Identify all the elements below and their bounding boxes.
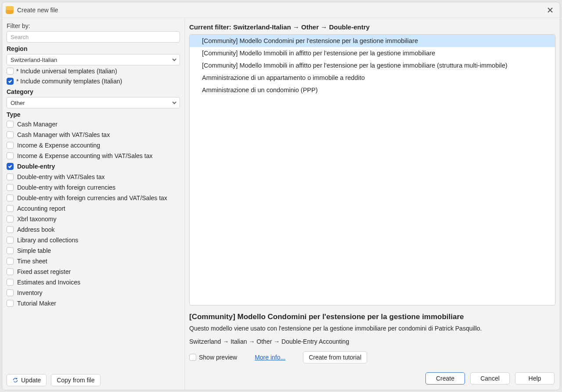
- template-list: [Community] Modello Condomini per l'este…: [189, 34, 555, 306]
- type-checkbox[interactable]: [7, 268, 14, 275]
- help-button[interactable]: Help: [515, 372, 555, 385]
- type-label: Double-entry: [17, 162, 55, 171]
- app-icon: [6, 6, 14, 14]
- main-panel: Current filter: Switzerland-Italian → Ot…: [185, 18, 560, 390]
- current-filter-value: Switzerland-Italian → Other → Double-ent…: [233, 23, 370, 31]
- type-label: Library and collections: [17, 236, 78, 245]
- create-new-file-dialog: Create new file Filter by: Region Switze…: [2, 2, 560, 390]
- include-universal-checkbox[interactable]: [7, 68, 14, 75]
- more-info-link[interactable]: More info...: [255, 354, 285, 361]
- include-universal-row[interactable]: * Include universal templates (Italian): [7, 67, 180, 76]
- type-checkbox[interactable]: [7, 258, 14, 265]
- type-label: Cash Manager: [17, 120, 58, 129]
- type-row[interactable]: Double-entry: [7, 162, 180, 171]
- type-checkbox[interactable]: [7, 216, 14, 223]
- type-checkbox[interactable]: [7, 226, 14, 233]
- category-select[interactable]: Other: [7, 97, 180, 108]
- update-button[interactable]: Update: [7, 374, 47, 386]
- type-checkbox[interactable]: [7, 279, 14, 286]
- type-row[interactable]: Address book: [7, 225, 180, 234]
- type-row[interactable]: Simple table: [7, 246, 180, 255]
- type-checkbox[interactable]: [7, 184, 14, 191]
- current-filter-prefix: Current filter:: [189, 23, 233, 31]
- cancel-button[interactable]: Cancel: [470, 372, 510, 385]
- type-row[interactable]: Fixed asset register: [7, 267, 180, 276]
- type-label: Tutorial Maker: [17, 299, 56, 308]
- template-row[interactable]: [Community] Modello Immobili in affitto …: [190, 59, 555, 72]
- type-label: Xbrl taxonomy: [17, 215, 56, 223]
- window-title: Create new file: [17, 7, 540, 14]
- type-checkbox[interactable]: [7, 131, 14, 138]
- type-checkbox[interactable]: [7, 121, 14, 128]
- type-checkbox[interactable]: [7, 237, 14, 244]
- type-checkbox[interactable]: [7, 289, 14, 296]
- type-row[interactable]: Income & Expense accounting with VAT/Sal…: [7, 151, 180, 160]
- type-label: Double-entry with VAT/Sales tax: [17, 173, 104, 181]
- type-label: Fixed asset register: [17, 267, 71, 276]
- region-select[interactable]: Switzerland-Italian: [7, 54, 180, 65]
- type-row[interactable]: Income & Expense accounting: [7, 141, 180, 150]
- type-row[interactable]: Cash Manager: [7, 120, 180, 129]
- type-label: Time sheet: [17, 257, 47, 266]
- type-label: Accounting report: [17, 204, 65, 213]
- type-checkbox[interactable]: [7, 142, 14, 149]
- type-list: Cash ManagerCash Manager with VAT/Sales …: [7, 120, 180, 308]
- type-checkbox[interactable]: [7, 194, 14, 201]
- template-row[interactable]: [Community] Modello Immobili in affitto …: [190, 47, 555, 59]
- type-label: Estimates and Invoices: [17, 278, 80, 287]
- type-row[interactable]: Cash Manager with VAT/Sales tax: [7, 130, 180, 139]
- type-row[interactable]: Tutorial Maker: [7, 299, 180, 308]
- create-button[interactable]: Create: [425, 372, 465, 385]
- template-detail: [Community] Modello Condomini per l'este…: [189, 310, 555, 370]
- type-row[interactable]: Time sheet: [7, 257, 180, 266]
- type-row[interactable]: Double-entry with foreign currencies and…: [7, 194, 180, 202]
- type-row[interactable]: Accounting report: [7, 204, 180, 213]
- refresh-icon: [12, 377, 18, 383]
- copy-from-file-button[interactable]: Copy from file: [51, 374, 100, 386]
- template-row[interactable]: Amministrazione di un condominio (PPP): [190, 84, 555, 96]
- titlebar: Create new file: [2, 2, 560, 18]
- detail-title: [Community] Modello Condomini per l'este…: [189, 313, 555, 321]
- create-from-tutorial-button[interactable]: Create from tutorial: [303, 351, 367, 363]
- close-button[interactable]: [544, 4, 556, 16]
- region-select-wrap: Switzerland-Italian: [7, 54, 180, 65]
- type-row[interactable]: Double-entry with VAT/Sales tax: [7, 173, 180, 181]
- show-preview-row[interactable]: Show preview: [189, 353, 237, 362]
- help-label: Help: [529, 375, 541, 382]
- type-row[interactable]: Library and collections: [7, 236, 180, 245]
- type-checkbox[interactable]: [7, 163, 14, 170]
- type-checkbox[interactable]: [7, 300, 14, 307]
- type-label: Inventory: [17, 288, 43, 297]
- close-icon: [548, 7, 553, 13]
- type-row[interactable]: Estimates and Invoices: [7, 278, 180, 287]
- type-label: Income & Expense accounting: [17, 141, 100, 150]
- type-row[interactable]: Double-entry with foreign currencies: [7, 183, 180, 192]
- type-row[interactable]: Xbrl taxonomy: [7, 215, 180, 223]
- create-label: Create: [436, 375, 454, 382]
- template-row[interactable]: [Community] Modello Condomini per l'este…: [190, 35, 555, 47]
- type-checkbox[interactable]: [7, 152, 14, 159]
- create-from-tutorial-label: Create from tutorial: [309, 354, 361, 361]
- type-row[interactable]: Inventory: [7, 288, 180, 297]
- type-label: Double-entry with foreign currencies and…: [17, 194, 167, 202]
- include-community-checkbox[interactable]: [7, 78, 14, 85]
- filter-sidebar: Filter by: Region Switzerland-Italian * …: [2, 18, 185, 390]
- type-checkbox[interactable]: [7, 205, 14, 212]
- type-label: Simple table: [17, 246, 51, 255]
- type-checkbox[interactable]: [7, 173, 14, 180]
- type-label: Cash Manager with VAT/Sales tax: [17, 130, 110, 139]
- template-row[interactable]: Amministrazione di un appartamento o imm…: [190, 72, 555, 84]
- type-label: Income & Expense accounting with VAT/Sal…: [17, 151, 152, 160]
- category-heading: Category: [7, 88, 180, 95]
- region-heading: Region: [7, 45, 180, 52]
- include-community-row[interactable]: * Include community templates (Italian): [7, 77, 180, 86]
- include-universal-label: * Include universal templates (Italian): [16, 67, 117, 76]
- filter-by-label: Filter by:: [7, 22, 180, 29]
- type-checkbox[interactable]: [7, 247, 14, 254]
- sidebar-scroll: Filter by: Region Switzerland-Italian * …: [7, 22, 180, 370]
- search-input[interactable]: [7, 31, 180, 43]
- copy-from-file-label: Copy from file: [57, 377, 94, 384]
- show-preview-checkbox[interactable]: [189, 354, 196, 361]
- type-label: Double-entry with foreign currencies: [17, 183, 115, 192]
- category-select-wrap: Other: [7, 97, 180, 108]
